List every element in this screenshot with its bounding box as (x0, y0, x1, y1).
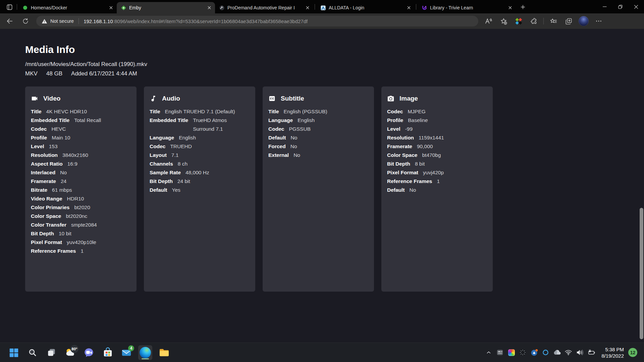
minimize-icon (603, 5, 607, 9)
info-label: Level (31, 142, 44, 151)
info-value: 24 bit (177, 177, 190, 186)
media-card-video: VideoTitle4K HEVC HDR10Embedded TitleTot… (25, 86, 137, 292)
profile-avatar (579, 16, 589, 26)
info-value: Baseline (408, 116, 428, 125)
file-explorer-button[interactable] (157, 345, 171, 360)
browser-tab-prodemand-automotive-repair-i[interactable]: ProDemand Automotive Repair I (215, 2, 313, 13)
back-button[interactable] (4, 15, 15, 27)
close-button[interactable] (628, 0, 644, 13)
chat-video-icon (84, 347, 94, 358)
edge-taskbar-button[interactable] (138, 345, 152, 360)
onedrive-cloud-icon (553, 349, 561, 356)
tab-close-button[interactable] (206, 5, 212, 11)
weather-widget-button[interactable]: 80° (63, 345, 77, 360)
info-label: Title (268, 107, 279, 116)
info-row: Resolution1159x1441 (387, 133, 487, 142)
info-label: Resolution (31, 151, 58, 160)
taskbar-search-button[interactable] (25, 345, 40, 360)
info-label: Forced (268, 142, 286, 151)
media-card-audio: AudioTitleEnglish TRUEHD 7.1 (Default)Em… (144, 86, 255, 292)
info-label: Codec (268, 125, 284, 133)
info-value: English (PGSSUB) (284, 107, 327, 116)
info-row: Video RangeHDR10 (31, 194, 131, 203)
info-row: CodecHEVC (31, 125, 131, 133)
info-value: yuv420p10le (67, 238, 96, 247)
tab-close-button[interactable] (507, 5, 513, 11)
start-button[interactable] (7, 345, 21, 360)
browser-tab-library-trivie-learn[interactable]: Library - Trivie Learn (418, 2, 516, 13)
settings-more-button[interactable] (593, 16, 604, 26)
extensions-button[interactable] (528, 16, 539, 26)
taskbar-apps: 80° 4 (0, 345, 171, 360)
favorites-bar-button[interactable] (548, 16, 559, 26)
tray-volume[interactable] (575, 346, 584, 359)
tab-close-button[interactable] (304, 5, 311, 11)
tray-battery[interactable] (587, 346, 596, 359)
minimize-button[interactable] (597, 0, 612, 13)
info-value: Main 10 (52, 133, 70, 142)
info-label: Codec (387, 107, 403, 116)
notification-count-badge[interactable]: 12 (628, 348, 637, 357)
taskbar-clock[interactable]: 5:38 PM 8/19/2022 (601, 346, 624, 359)
info-label: Reference Frames (31, 247, 76, 255)
file-path: /mnt/user/Movies/Action/Total Recall (19… (25, 60, 644, 68)
tab-actions-button[interactable] (4, 2, 15, 12)
clock-time: 5:38 PM (601, 346, 624, 353)
tab-close-button[interactable] (108, 5, 114, 11)
browser-tab-emby[interactable]: Emby (117, 2, 215, 13)
info-row: Sample Rate48,000 Hz (150, 168, 250, 177)
profile-button[interactable] (578, 16, 589, 26)
restore-button[interactable] (612, 0, 628, 13)
info-label: Profile (31, 133, 47, 142)
card-title: Video (43, 95, 60, 102)
tray-cortana[interactable] (541, 346, 550, 359)
info-label: Codec (31, 125, 47, 133)
collections-button[interactable] (563, 16, 574, 26)
info-row: ProfileMain 10 (31, 133, 131, 142)
tray-device-notification[interactable] (530, 346, 539, 359)
info-label: Framerate (31, 177, 56, 186)
tab-title: ProDemand Automotive Repair I (227, 5, 302, 10)
address-bar[interactable]: Not secure 192.168.1.10:8096/web/index.h… (36, 16, 478, 26)
security-label: Not secure (50, 18, 74, 24)
address-divider (78, 18, 79, 24)
tray-overflow-button[interactable] (484, 346, 493, 359)
wifi-icon (565, 349, 572, 356)
info-value: 4K HEVC HDR10 (46, 107, 87, 116)
tab-close-button[interactable] (406, 5, 412, 11)
scrollbar-thumb[interactable] (640, 208, 643, 339)
tray-app-panel[interactable] (495, 346, 504, 359)
info-label: Default (268, 133, 286, 142)
tray-onedrive[interactable] (552, 346, 561, 359)
add-favorite-button[interactable] (498, 16, 509, 26)
teams-chat-button[interactable] (82, 345, 96, 360)
chevron-up-icon (485, 349, 492, 356)
info-row: Embedded TitleTotal Recall (31, 116, 131, 125)
browser-tab-alldata-login[interactable]: ALLDATA - Login (316, 2, 415, 13)
clock-date: 8/19/2022 (601, 353, 624, 359)
info-label: Channels (150, 160, 173, 168)
tray-spinner[interactable] (518, 346, 527, 359)
tray-wifi[interactable] (564, 346, 573, 359)
task-view-button[interactable] (44, 345, 58, 360)
browser-tab-homenas-docker[interactable]: Homenas/Docker (18, 2, 117, 13)
info-row: Bit Depth24 bit (150, 177, 250, 186)
not-secure-warning-icon (42, 18, 47, 24)
info-row: Level153 (31, 142, 131, 151)
edge-logo-icon (140, 347, 151, 358)
tray-photos[interactable] (507, 346, 516, 359)
close-x-glyph (208, 6, 211, 9)
microsoft-store-button[interactable] (101, 345, 115, 360)
new-tab-button[interactable] (518, 2, 528, 12)
emby-icon (120, 5, 126, 11)
info-value: No (293, 151, 300, 160)
read-aloud-button[interactable] (483, 16, 494, 26)
star-plus-icon (500, 17, 507, 25)
info-label: Pixel Format (31, 238, 62, 247)
refresh-button[interactable] (20, 15, 31, 27)
info-value: 1 (80, 247, 84, 255)
mail-button[interactable]: 4 (119, 345, 133, 360)
photo-camera-icon (387, 95, 394, 102)
info-label: Title (31, 107, 42, 116)
extension-app-button[interactable] (513, 16, 524, 26)
